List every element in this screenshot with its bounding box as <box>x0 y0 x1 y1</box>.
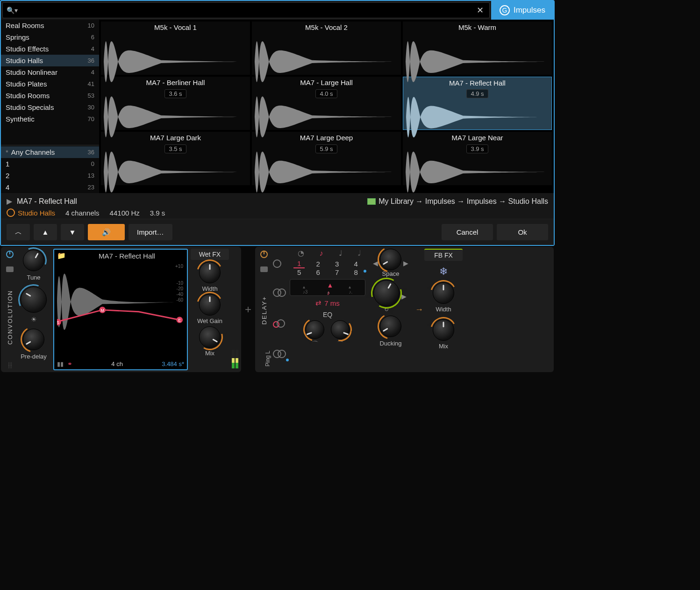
category-item[interactable]: Studio Plates41 <box>1 78 99 90</box>
conv-side: CONVOLUTION ⁝⁝⁝⁝⁝⁝ <box>3 249 17 370</box>
hp-icon: ⌒ <box>311 340 319 350</box>
delay-mode-icons <box>271 249 288 370</box>
add-device-icon[interactable]: + <box>243 303 253 316</box>
mode-cross-icon[interactable] <box>273 350 286 360</box>
width-knob[interactable] <box>199 262 221 283</box>
delay-mix-knob[interactable] <box>433 319 454 341</box>
preview-button[interactable]: 🔊 <box>88 224 125 240</box>
search-row: 🔍▾ ✕ Impulses <box>1 1 554 20</box>
fb-fx-panel: FB FX ❄ Width Mix <box>424 249 463 370</box>
device-convolution: CONVOLUTION ⁝⁝⁝⁝⁝⁝ Tune ☀ Pre-delay 📁 MA… <box>1 247 241 372</box>
category-item[interactable]: Studio Effects4 <box>1 43 99 55</box>
next-button[interactable]: ▼ <box>61 224 84 240</box>
breadcrumb: My Library → Impulses → Impulses → Studi… <box>367 197 548 206</box>
cancel-button[interactable]: Cancel <box>442 224 493 240</box>
ir-title: MA7 - Reflect Hall <box>70 252 184 260</box>
import-button[interactable]: Import… <box>129 224 172 240</box>
search-input[interactable] <box>21 6 475 14</box>
info-length: 3.9 s <box>150 209 165 217</box>
channel-item[interactable]: *Any Channels36 <box>1 146 99 158</box>
channel-item[interactable]: 10 <box>1 158 99 170</box>
next-space-icon[interactable]: ▶ <box>401 259 410 267</box>
beat-6[interactable]: 6 <box>313 268 324 276</box>
beat-8[interactable]: 8 <box>350 268 362 276</box>
predelay-label: Pre-delay <box>21 353 47 360</box>
beat-2[interactable]: 2 <box>313 260 324 268</box>
speaker-icon: 🔊 <box>102 228 111 237</box>
ms-readout[interactable]: ⇄ 7 ms <box>290 299 365 307</box>
channel-item[interactable]: 423 <box>1 181 99 193</box>
ir-channels: 4 ch <box>111 360 123 367</box>
tune-knob[interactable] <box>23 250 44 271</box>
slider-handle-icon[interactable]: ▲♪ <box>327 281 333 296</box>
folder-icon[interactable] <box>260 266 268 272</box>
ducking-knob[interactable] <box>380 316 401 337</box>
category-item[interactable]: Real Rooms10 <box>1 20 99 31</box>
folder-icon[interactable]: 📁 <box>57 252 66 260</box>
beat-7[interactable]: 7 <box>331 268 343 276</box>
sun-icon: ☀ <box>31 316 37 323</box>
category-item[interactable]: Studio Halls36 <box>1 55 99 66</box>
mode-pingpong-icon[interactable] <box>273 319 286 329</box>
clock-icon[interactable]: ◔ <box>298 249 304 258</box>
device-label: CONVOLUTION <box>7 290 14 345</box>
impulse-cell[interactable]: M5k - Warm 4.9 s <box>403 22 552 75</box>
sidebar: Real Rooms10Springs6Studio Effects4Studi… <box>1 20 99 193</box>
search-box[interactable]: 🔍▾ ✕ <box>2 2 490 18</box>
category-item[interactable]: Studio Nonlinear4 <box>1 66 99 78</box>
note-4-icon[interactable]: ♩ <box>339 249 343 258</box>
category-list: Real Rooms10Springs6Studio Effects4Studi… <box>1 20 99 145</box>
space-knob[interactable] <box>380 249 401 270</box>
ir-length: 3.484 s* <box>162 360 184 367</box>
play-icon[interactable]: ▶ <box>7 197 12 206</box>
category-item[interactable]: Studio Specials30 <box>1 101 99 113</box>
offset-icon: ⇄ <box>315 299 321 307</box>
impulse-browser: 🔍▾ ✕ Impulses Real Rooms10Springs6Studio… <box>0 0 555 246</box>
note-8-icon[interactable]: ♪ <box>320 249 323 258</box>
db-scale: +10 -10 -20 -40 -60 <box>175 264 183 303</box>
brightness-knob[interactable] <box>21 287 47 313</box>
clear-icon[interactable]: ✕ <box>475 5 486 15</box>
beat-3[interactable]: 3 <box>331 260 343 268</box>
mode-stereo-icon[interactable] <box>273 288 286 298</box>
wetgain-knob[interactable] <box>199 294 221 316</box>
predelay-knob[interactable] <box>23 329 44 350</box>
impulse-cell[interactable]: M5k - Vocal 2 4.0 s <box>252 22 401 75</box>
beat-1[interactable]: 1 <box>293 259 305 268</box>
info-bar: ▶ MA7 - Reflect Hall My Library → Impuls… <box>1 193 554 219</box>
beat-4[interactable]: 4 <box>350 260 362 268</box>
flag-icon[interactable]: ▮▮ <box>57 360 64 367</box>
impulses-tab[interactable]: Impulses <box>491 1 554 20</box>
grip-icon[interactable]: ⁝⁝⁝⁝⁝⁝ <box>8 363 12 368</box>
eq-label: EQ <box>290 311 365 318</box>
ir-display[interactable]: 📁 MA7 - Reflect Hall S M E +10 -10 -20 <box>53 249 188 370</box>
channel-item[interactable]: 213 <box>1 170 99 181</box>
collapse-button[interactable]: ︿ <box>7 224 30 240</box>
power-icon[interactable] <box>260 251 268 258</box>
power-icon[interactable] <box>6 251 14 258</box>
folder-icon[interactable] <box>6 266 14 272</box>
mix-label: Mix <box>205 350 214 357</box>
category-tag[interactable]: Studio Halls <box>7 209 55 217</box>
impulse-grid: M5k - Vocal 1 3.6 sM5k - Vocal 2 4.0 sM5… <box>99 20 554 193</box>
delay-time-panel: ◔ ♪ ♩ 𝅗𝅥 1 2 3 4 5 6 7 8 <box>288 249 367 370</box>
category-item[interactable]: Synthetic70 <box>1 113 99 125</box>
delay-side: DELAY+ Ping L <box>257 249 271 370</box>
mode-mono-icon[interactable] <box>273 259 281 268</box>
mix-knob[interactable] <box>199 326 221 348</box>
offset-slider[interactable]: ▴♪3 ▴ ▴♪. ▲♪ <box>290 279 365 296</box>
eq-high-knob[interactable] <box>331 320 350 339</box>
ok-button[interactable]: Ok <box>497 224 548 240</box>
beat-5[interactable]: 5 <box>293 268 305 276</box>
snowflake-icon[interactable]: ❄ <box>439 266 448 278</box>
category-item[interactable]: Springs6 <box>1 31 99 43</box>
ping-label: Ping L <box>264 349 271 368</box>
fb-width-knob[interactable] <box>433 282 454 304</box>
prev-button[interactable]: ▲ <box>34 224 57 240</box>
svg-text:M: M <box>100 308 104 313</box>
impulse-cell[interactable]: M5k - Vocal 1 3.6 s <box>101 22 250 75</box>
chain-icon[interactable]: ⚭ <box>67 360 72 367</box>
eq-low-knob[interactable] <box>306 320 324 339</box>
category-item[interactable]: Studio Rooms53 <box>1 90 99 101</box>
feedback-knob[interactable] <box>373 280 400 306</box>
